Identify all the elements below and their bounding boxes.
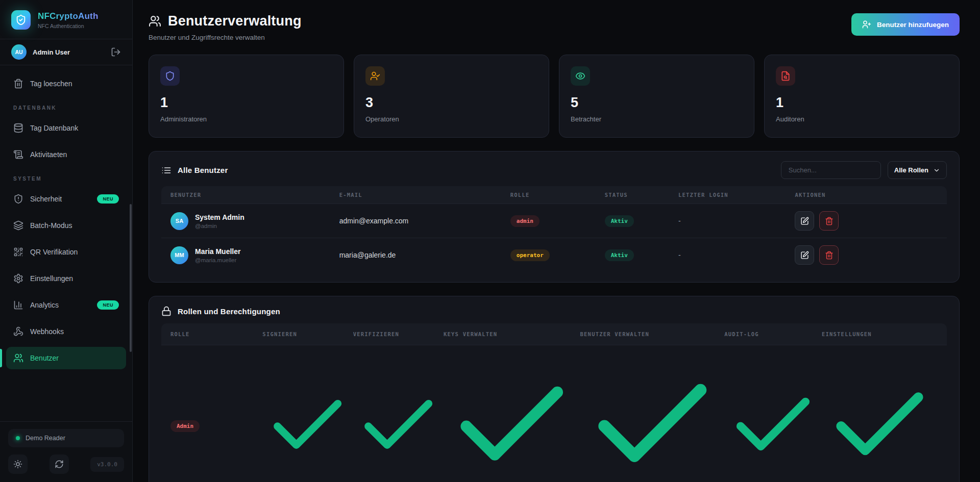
refresh-icon bbox=[55, 460, 64, 469]
main-content: Benutzerverwaltung Benutzer und Zugriffs… bbox=[133, 0, 980, 482]
app-tagline: NFC Authentication bbox=[38, 23, 99, 29]
refresh-button[interactable] bbox=[50, 454, 69, 474]
user-table-row: SASystem Admin@adminadmin@example.comadm… bbox=[161, 204, 947, 238]
stat-card: 5Betrachter bbox=[559, 55, 754, 138]
column-header: VERIFIZIEREN bbox=[353, 331, 444, 337]
role-badge: operator bbox=[510, 249, 550, 261]
user-display-name: Maria Mueller bbox=[195, 247, 240, 256]
sun-icon bbox=[13, 460, 22, 469]
users-table-header: BENUTZERE-MAILROLLESTATUSLETZTER LOGINAK… bbox=[161, 186, 947, 204]
user-avatar: AU bbox=[11, 44, 27, 60]
permission-cell bbox=[580, 354, 725, 482]
list-icon bbox=[161, 165, 172, 175]
check-icon bbox=[444, 358, 580, 482]
status-dot bbox=[16, 436, 20, 440]
shield-alert-icon bbox=[13, 194, 23, 204]
stat-iconbox bbox=[365, 66, 385, 86]
check-icon bbox=[724, 377, 822, 475]
permissions-table: ROLLESIGNIERENVERIFIZIERENKEYS VERWALTEN… bbox=[161, 323, 947, 482]
sidebar-item-analytics[interactable]: AnalyticsNEU bbox=[6, 294, 126, 316]
stat-label: Operatoren bbox=[365, 115, 537, 123]
sidebar: NFCryptoAuth NFC Authentication AU Admin… bbox=[0, 0, 133, 482]
permissions-panel-title: Rollen und Berechtigungen bbox=[178, 307, 280, 316]
column-header: EINSTELLUNGEN bbox=[822, 331, 938, 337]
role-badge: admin bbox=[510, 215, 540, 227]
sidebar-item-einstellungen[interactable]: Einstellungen bbox=[6, 267, 126, 290]
theme-toggle-button[interactable] bbox=[8, 454, 28, 474]
nav-section-label: SYSTEM bbox=[13, 176, 119, 182]
nav-section-label: DATENBANK bbox=[13, 105, 119, 111]
stat-iconbox bbox=[160, 66, 180, 86]
sidebar-item-sicherheit[interactable]: SicherheitNEU bbox=[6, 188, 126, 210]
app-logo bbox=[11, 10, 31, 30]
check-icon bbox=[580, 354, 725, 482]
role-cell: Admin bbox=[170, 420, 262, 432]
last-login-cell: - bbox=[678, 217, 795, 225]
page-subtitle: Benutzer und Zugriffsrechte verwalten bbox=[149, 34, 302, 41]
add-user-button[interactable]: Benutzer hinzufuegen bbox=[851, 13, 960, 36]
stat-value: 5 bbox=[571, 95, 743, 111]
users-panel: Alle Benutzer Alle Rollen BENUTZERE-MAIL… bbox=[149, 151, 960, 283]
check-icon bbox=[262, 381, 353, 471]
user-handle: @maria.mueller bbox=[195, 257, 240, 263]
user-handle: @admin bbox=[195, 223, 244, 229]
sidebar-item-aktivitaeten[interactable]: Aktivitaeten bbox=[6, 143, 126, 166]
user-plus-icon bbox=[862, 20, 871, 29]
permission-cell bbox=[724, 377, 822, 475]
sidebar-item-label: Einstellungen bbox=[30, 274, 119, 283]
gear-icon bbox=[13, 273, 23, 284]
stat-label: Auditoren bbox=[776, 115, 948, 123]
sidebar-item-tag-datenbank[interactable]: Tag Datenbank bbox=[6, 117, 126, 139]
column-header: AUDIT-LOG bbox=[724, 331, 822, 337]
users-icon bbox=[13, 353, 23, 363]
neu-badge: NEU bbox=[97, 194, 119, 204]
permission-cell bbox=[822, 368, 938, 482]
edit-icon bbox=[800, 251, 809, 260]
actions-cell bbox=[795, 245, 938, 265]
stat-label: Administratoren bbox=[160, 115, 332, 123]
sidebar-scrollbar[interactable] bbox=[130, 204, 132, 352]
last-login-cell: - bbox=[678, 251, 795, 259]
sidebar-item-batch-modus[interactable]: Batch-Modus bbox=[6, 214, 126, 237]
stat-iconbox bbox=[776, 66, 795, 86]
delete-user-button[interactable] bbox=[819, 245, 839, 265]
sidebar-item-label: Webhooks bbox=[30, 327, 119, 336]
edit-user-button[interactable] bbox=[795, 211, 814, 231]
reader-status: Demo Reader bbox=[8, 429, 124, 447]
user-check-icon bbox=[370, 71, 380, 81]
trash-icon bbox=[13, 79, 23, 89]
brand: NFCryptoAuth NFC Authentication bbox=[0, 0, 132, 39]
users-icon bbox=[149, 15, 161, 28]
sidebar-item-qr-verifikation[interactable]: QR Verifikation bbox=[6, 241, 126, 263]
permission-cell bbox=[353, 381, 444, 471]
sidebar-item-label: Analytics bbox=[30, 301, 90, 309]
column-header: SIGNIEREN bbox=[262, 331, 353, 337]
column-header: LETZTER LOGIN bbox=[678, 192, 795, 198]
sidebar-item-label: Aktivitaeten bbox=[30, 150, 119, 159]
sidebar-item-label: Tag Datenbank bbox=[30, 124, 119, 132]
role-filter-select[interactable]: Alle Rollen bbox=[888, 161, 947, 179]
sidebar-item-webhooks[interactable]: Webhooks bbox=[6, 320, 126, 343]
eye-icon bbox=[575, 71, 585, 81]
stats-cards: 1Administratoren3Operatoren5Betrachter1A… bbox=[149, 55, 960, 138]
column-header: BENUTZER bbox=[170, 192, 339, 198]
role-filter-value: Alle Rollen bbox=[894, 166, 928, 174]
permission-cell bbox=[444, 358, 580, 482]
delete-user-button[interactable] bbox=[819, 211, 839, 231]
column-header: ROLLE bbox=[510, 192, 605, 198]
database-icon bbox=[13, 123, 23, 133]
stat-card: 1Administratoren bbox=[149, 55, 344, 138]
stat-value: 1 bbox=[776, 95, 948, 111]
edit-user-button[interactable] bbox=[795, 245, 814, 265]
sidebar-item-benutzer[interactable]: Benutzer bbox=[6, 347, 126, 369]
sidebar-item-tag-loeschen[interactable]: Tag loeschen bbox=[6, 72, 126, 95]
logout-icon[interactable] bbox=[111, 47, 121, 57]
qr-code-icon bbox=[13, 247, 23, 257]
status-cell: Aktiv bbox=[605, 215, 678, 227]
column-header: AKTIONEN bbox=[795, 192, 938, 198]
stat-card: 1Auditoren bbox=[764, 55, 960, 138]
bar-chart-icon bbox=[13, 300, 23, 310]
check-icon bbox=[822, 368, 938, 482]
search-input[interactable] bbox=[781, 161, 881, 179]
sidebar-item-label: QR Verifikation bbox=[30, 248, 119, 256]
